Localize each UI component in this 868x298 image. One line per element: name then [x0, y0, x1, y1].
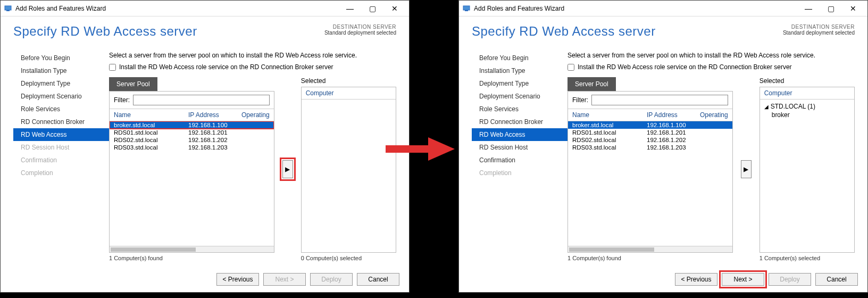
- next-button[interactable]: Next >: [263, 273, 306, 286]
- server-row[interactable]: RDS03.std.local192.168.1.203: [568, 144, 732, 151]
- close-button[interactable]: ✕: [383, 1, 406, 16]
- filter-input[interactable]: [133, 95, 270, 105]
- server-row[interactable]: RDS03.std.local192.168.1.203: [110, 144, 274, 151]
- computers-found-label: 1 Computer(s) found: [109, 255, 274, 261]
- server-row[interactable]: broker.std.local192.168.1.100: [110, 121, 274, 129]
- nav-step[interactable]: Role Services: [13, 103, 109, 115]
- server-pool-tab[interactable]: Server Pool: [109, 77, 157, 91]
- server-row[interactable]: broker.std.local192.168.1.100: [568, 121, 732, 129]
- server-pool-columns[interactable]: Name IP Address Operating: [110, 109, 274, 121]
- nav-step[interactable]: Installation Type: [13, 64, 109, 77]
- titlebar[interactable]: Add Roles and Features Wizard — ▢ ✕: [1, 1, 409, 16]
- next-button[interactable]: Next >: [722, 273, 764, 286]
- server-row[interactable]: RDS02.std.local192.168.1.202: [110, 136, 274, 144]
- filter-label: Filter:: [114, 96, 130, 104]
- nav-step[interactable]: Installation Type: [472, 64, 567, 77]
- wizard-nav: Before You BeginInstallation TypeDeploym…: [13, 52, 109, 261]
- filter-input[interactable]: [591, 95, 728, 105]
- cancel-button[interactable]: Cancel: [357, 273, 399, 286]
- selected-list: Computer: [301, 87, 396, 253]
- minimize-button[interactable]: —: [339, 1, 361, 16]
- server-pool-list: Filter: Name IP Address Operating broker…: [109, 91, 274, 253]
- nav-step[interactable]: RD Connection Broker: [472, 115, 567, 128]
- close-button[interactable]: ✕: [842, 1, 864, 16]
- svg-rect-1: [6, 10, 10, 11]
- selected-column[interactable]: Computer: [302, 87, 396, 100]
- nav-step[interactable]: Before You Begin: [13, 52, 109, 64]
- server-pool-list: Filter: Name IP Address Operating broker…: [567, 91, 733, 253]
- server-pool-tab[interactable]: Server Pool: [567, 77, 616, 91]
- wizard-nav: Before You BeginInstallation TypeDeploym…: [472, 52, 567, 261]
- deploy-button[interactable]: Deploy: [310, 273, 353, 286]
- nav-step: Confirmation: [13, 154, 109, 167]
- svg-rect-3: [465, 10, 468, 11]
- minimize-button[interactable]: —: [797, 1, 820, 16]
- nav-step[interactable]: Before You Begin: [472, 52, 567, 64]
- horizontal-scrollbar[interactable]: [110, 246, 274, 252]
- selected-header: Selected: [760, 77, 855, 85]
- install-on-broker-checkbox[interactable]: [567, 64, 574, 71]
- nav-step[interactable]: Deployment Scenario: [472, 90, 567, 103]
- nav-step: Completion: [472, 167, 567, 179]
- selected-item[interactable]: broker: [764, 111, 850, 119]
- add-server-button[interactable]: ▶: [282, 160, 293, 178]
- nav-step[interactable]: RD Web Access: [13, 128, 109, 141]
- checkbox-label: Install the RD Web Access role service o…: [578, 63, 792, 71]
- selected-list: Computer ◢STD.LOCAL (1)broker: [760, 87, 855, 253]
- wizard-footer: < Previous Next > Deploy Cancel: [1, 267, 409, 292]
- filter-label: Filter:: [572, 96, 588, 104]
- wizard-window-right: Add Roles and Features Wizard — ▢ ✕ Spec…: [458, 0, 868, 293]
- cancel-button[interactable]: Cancel: [815, 273, 858, 286]
- wizard-footer: < Previous Next > Deploy Cancel: [459, 267, 867, 292]
- computers-selected-label: 1 Computer(s) selected: [760, 255, 855, 261]
- app-icon: [462, 4, 471, 13]
- nav-step: Completion: [13, 167, 109, 179]
- nav-step[interactable]: Deployment Scenario: [13, 90, 109, 103]
- maximize-button[interactable]: ▢: [820, 1, 842, 16]
- app-icon: [4, 4, 12, 13]
- selected-header: Selected: [301, 77, 396, 85]
- svg-rect-0: [5, 6, 11, 10]
- install-on-broker-checkbox[interactable]: [109, 64, 116, 71]
- nav-step: RD Session Host: [13, 141, 109, 154]
- instruction-text: Select a server from the server pool on …: [109, 52, 396, 59]
- window-title: Add Roles and Features Wizard: [474, 5, 797, 12]
- nav-step[interactable]: RD Web Access: [472, 128, 567, 141]
- page-heading: Specify RD Web Access server: [472, 24, 656, 39]
- page-heading: Specify RD Web Access server: [13, 24, 197, 39]
- nav-step[interactable]: Deployment Type: [472, 77, 567, 90]
- wizard-window-left: Add Roles and Features Wizard — ▢ ✕ Spec…: [0, 0, 410, 293]
- deploy-button[interactable]: Deploy: [769, 273, 811, 286]
- destination-label: DESTINATION SERVER Standard deployment s…: [783, 24, 855, 36]
- add-server-button[interactable]: ▶: [741, 160, 752, 178]
- previous-button[interactable]: < Previous: [675, 273, 717, 286]
- selected-column[interactable]: Computer: [760, 87, 854, 100]
- computers-found-label: 1 Computer(s) found: [567, 255, 733, 261]
- server-row[interactable]: RDS01.std.local192.168.1.201: [568, 129, 732, 136]
- svg-rect-2: [463, 6, 470, 10]
- instruction-text: Select a server from the server pool on …: [567, 52, 855, 59]
- nav-step[interactable]: RD Session Host: [472, 141, 567, 154]
- window-title: Add Roles and Features Wizard: [15, 5, 339, 12]
- selected-group[interactable]: ◢STD.LOCAL (1): [764, 102, 850, 111]
- destination-label: DESTINATION SERVER Standard deployment s…: [324, 24, 396, 36]
- previous-button[interactable]: < Previous: [216, 273, 259, 286]
- server-row[interactable]: RDS02.std.local192.168.1.202: [568, 136, 732, 144]
- nav-step[interactable]: Role Services: [472, 103, 567, 115]
- maximize-button[interactable]: ▢: [361, 1, 383, 16]
- checkbox-label: Install the RD Web Access role service o…: [119, 63, 333, 71]
- horizontal-scrollbar[interactable]: [568, 246, 732, 252]
- computers-selected-label: 0 Computer(s) selected: [301, 255, 396, 261]
- titlebar[interactable]: Add Roles and Features Wizard — ▢ ✕: [459, 1, 867, 16]
- nav-step[interactable]: RD Connection Broker: [13, 115, 109, 128]
- server-row[interactable]: RDS01.std.local192.168.1.201: [110, 129, 274, 136]
- nav-step[interactable]: Confirmation: [472, 154, 567, 167]
- server-pool-columns[interactable]: Name IP Address Operating: [568, 109, 732, 121]
- nav-step[interactable]: Deployment Type: [13, 77, 109, 90]
